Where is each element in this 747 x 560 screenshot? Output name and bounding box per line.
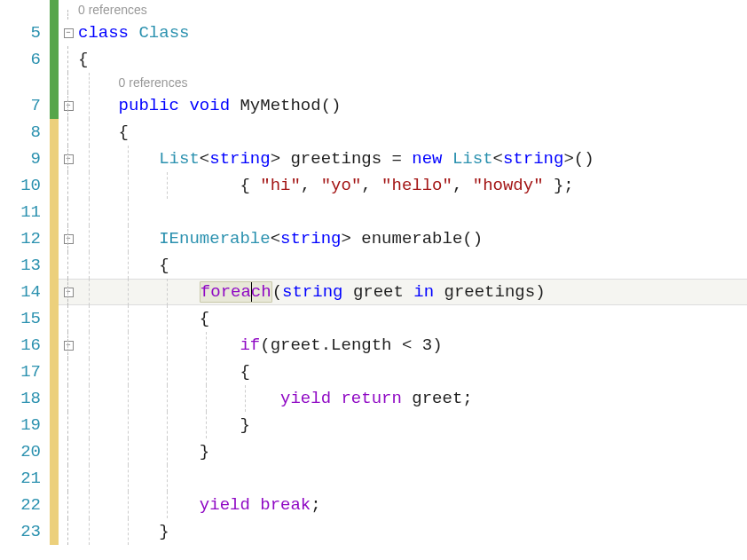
change-marker: [50, 332, 59, 359]
code-line[interactable]: 15 {: [0, 305, 747, 332]
line-number: 13: [0, 252, 50, 279]
operator: <: [392, 335, 422, 355]
parens: (): [321, 96, 342, 115]
fold-gutter: [59, 492, 78, 518]
code-line-current[interactable]: 14 − foreach(string greet in greetings): [0, 279, 747, 305]
code-line[interactable]: 10 { "hi", "yo", "hello", "howdy" };: [0, 172, 747, 199]
fold-gutter: [59, 359, 78, 385]
change-marker: [50, 279, 59, 305]
code-line[interactable]: 11: [0, 199, 747, 225]
line-number: 9: [0, 146, 50, 172]
code-line[interactable]: 13 {: [0, 252, 747, 279]
line-number-gutter: [0, 73, 50, 92]
paren: ): [432, 335, 442, 355]
change-marker: [50, 172, 59, 199]
keyword-string: string: [209, 149, 270, 169]
minus-icon: −: [66, 29, 70, 37]
line-number: 18: [0, 385, 50, 412]
string-literal: "yo": [321, 176, 362, 195]
brace: };: [544, 176, 574, 195]
fold-gutter: [59, 46, 78, 73]
keyword-public: public: [119, 96, 179, 115]
code-line[interactable]: 22 yield break;: [0, 492, 747, 518]
comma: ,: [452, 176, 473, 195]
code-lines[interactable]: 0 references 5 − class Class 6 { 0 refer…: [0, 0, 747, 560]
line-number: 16: [0, 332, 50, 359]
change-marker: [50, 465, 59, 492]
fold-gutter: [59, 412, 78, 438]
code-line[interactable]: 9 − List<string> greetings = new List<st…: [0, 146, 747, 172]
code-line[interactable]: 16 − if(greet.Length < 3): [0, 332, 747, 359]
code-line[interactable]: 6 {: [0, 46, 747, 73]
angle: >: [341, 229, 350, 248]
type-name: Class: [138, 23, 189, 43]
line-number: 12: [0, 225, 50, 252]
angle: <: [493, 149, 503, 169]
code-line[interactable]: 20 }: [0, 438, 747, 465]
keyword-string: string: [282, 282, 342, 302]
code-editor[interactable]: 0 references 5 − class Class 6 { 0 refer…: [0, 0, 747, 560]
fold-gutter[interactable]: −: [59, 20, 78, 46]
fold-toggle[interactable]: −: [64, 234, 74, 244]
code-line[interactable]: 18 yield return greet;: [0, 385, 747, 412]
fold-toggle[interactable]: −: [64, 288, 74, 297]
codelens-row: 0 references: [0, 0, 747, 20]
keyword-new: new: [412, 149, 442, 169]
brace: }: [200, 442, 209, 461]
angle: >: [271, 149, 280, 169]
codelens[interactable]: 0 references: [78, 0, 747, 20]
keyword-string: string: [280, 229, 341, 248]
code-line[interactable]: 5 − class Class: [0, 20, 747, 46]
code-line[interactable]: 17 {: [0, 359, 747, 385]
change-marker: [50, 438, 59, 465]
angle: <: [200, 149, 209, 169]
parens: (): [574, 149, 594, 169]
line-number: 10: [0, 172, 50, 199]
fold-gutter[interactable]: −: [59, 279, 78, 305]
number-literal: 3: [422, 335, 432, 355]
keyword-foreach: foreach: [200, 281, 272, 303]
var-greetings: greetings: [290, 149, 381, 169]
brace: {: [159, 256, 169, 275]
paren: ): [535, 282, 545, 302]
fold-toggle[interactable]: −: [64, 101, 74, 111]
code-line[interactable]: 21: [0, 465, 747, 492]
code-line[interactable]: 23 }: [0, 518, 747, 545]
change-marker: [50, 0, 59, 20]
string-literal: "howdy": [473, 176, 544, 195]
code-line[interactable]: 8 {: [0, 119, 747, 146]
type-list: List: [159, 149, 200, 169]
code-line[interactable]: 19 }: [0, 412, 747, 438]
method-name: MyMethod: [240, 96, 320, 115]
code-line[interactable]: 7 − public void MyMethod(): [0, 92, 747, 119]
change-marker: [50, 385, 59, 412]
fold-gutter[interactable]: −: [59, 146, 78, 172]
fold-gutter: [59, 518, 78, 545]
var-greet: greet: [353, 282, 404, 302]
keyword-void: void: [189, 96, 230, 115]
line-number: 8: [0, 119, 50, 146]
line-number: 6: [0, 46, 50, 73]
keyword-string: string: [503, 149, 563, 169]
fold-toggle[interactable]: −: [64, 341, 74, 351]
angle: <: [271, 229, 280, 248]
paren: (: [260, 335, 270, 355]
keyword-if: if: [240, 335, 260, 355]
fold-gutter[interactable]: −: [59, 225, 78, 252]
brace: }: [240, 415, 249, 435]
fold-gutter: [59, 199, 78, 225]
fold-gutter: [59, 0, 78, 20]
change-marker: [50, 46, 59, 73]
change-marker: [50, 146, 59, 172]
codelens[interactable]: 0 references: [119, 75, 188, 90]
fold-gutter[interactable]: −: [59, 92, 78, 119]
keyword-return: return: [331, 389, 412, 408]
fold-toggle[interactable]: −: [64, 28, 74, 38]
fold-gutter[interactable]: −: [59, 332, 78, 359]
line-number: 7: [0, 92, 50, 119]
semicolon: ;: [311, 495, 320, 515]
code-line[interactable]: 12 − IEnumerable<string> enumerable(): [0, 225, 747, 252]
line-number-gutter: [0, 0, 50, 20]
keyword-in: in: [404, 282, 444, 302]
fold-toggle[interactable]: −: [64, 154, 74, 164]
